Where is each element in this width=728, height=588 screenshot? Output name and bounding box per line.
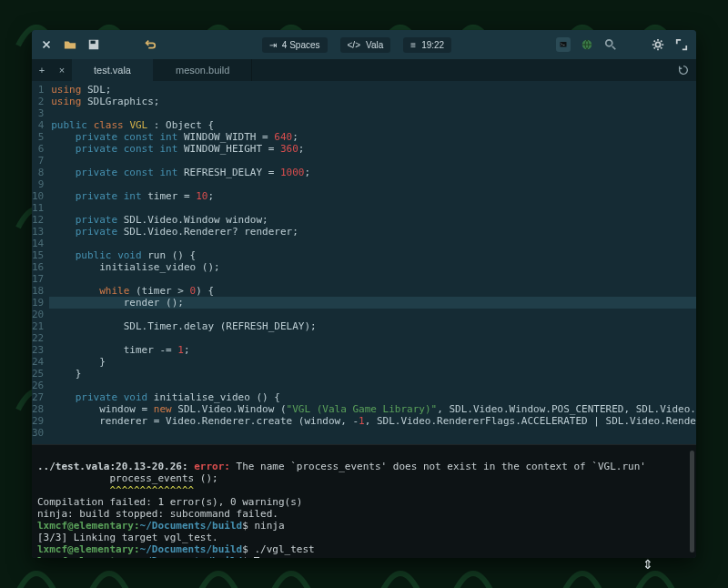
save-icon[interactable] [86,37,101,52]
tab-meson-build[interactable]: meson.build [154,59,252,81]
prompt-user: lxmcf@elementary [37,555,134,558]
language-label: Vala [366,40,383,50]
code-icon: </> [348,40,360,50]
revert-icon[interactable] [143,37,157,52]
tab-label: meson.build [176,65,229,76]
close-tab-button[interactable]: × [52,59,72,81]
line-icon: ≡ [410,40,416,50]
close-icon[interactable] [39,37,54,52]
svg-point-5 [655,42,660,46]
prompt-user: lxmcf@elementary [37,520,134,532]
cmd-run: ./vgl_test [254,543,314,555]
cmd-ninja: ninja [254,520,284,532]
titlebar-right [556,37,689,52]
prompt-path: ~/Documents/build [140,520,243,532]
svg-rect-1 [91,41,96,45]
open-folder-icon[interactable] [63,37,77,52]
titlebar-center: ⇥ 4 Spaces </> Vala ≡ 19:22 [165,37,549,53]
terminal-cursor [254,557,259,558]
prompt-path: ~/Documents/build [140,543,243,555]
error-snippet: process_events (); [37,472,218,484]
browser-icon[interactable] [580,37,594,52]
indent-label: 4 Spaces [282,40,320,50]
compile-summary: Compilation failed: 1 error(s), 0 warnin… [37,496,302,508]
terminal-scrollbar[interactable] [690,451,694,553]
error-carets: ^^^^^^^^^^^^^^ [37,484,194,496]
error-message: The name `process_events' does not exist… [237,461,646,472]
settings-icon[interactable] [651,37,665,52]
indent-selector[interactable]: ⇥ 4 Spaces [262,37,328,53]
code-area[interactable]: using SDL; using SDLGraphics; public cla… [49,81,696,444]
resize-cursor-icon: ⇕ [642,557,657,572]
line-gutter: 1 2 3 4 5 6 7 8 9 10 11 12 13 14 15 16 1… [32,81,49,444]
maximize-icon[interactable] [674,37,689,52]
tab-icon: ⇥ [269,40,277,50]
titlebar-left [39,37,157,52]
search-icon[interactable] [603,37,618,52]
error-label: error: [194,461,230,472]
prompt-path: ~/Documents/build [140,555,243,558]
position-label: 19:22 [421,40,444,50]
titlebar: ⇥ 4 Spaces </> Vala ≡ 19:22 [32,30,696,59]
ninja-stop: ninja: build stopped: subcommand failed. [37,508,278,520]
cursor-position[interactable]: ≡ 19:22 [403,37,451,53]
tab-label: test.vala [94,65,131,76]
svg-point-4 [606,40,612,46]
link-output: [3/3] Linking target vgl_test. [37,532,218,543]
tab-strip: + × test.vala meson.build [32,59,696,81]
terminal-panel[interactable]: ../test.vala:20.13-20.26: error: The nam… [32,444,696,558]
new-tab-button[interactable]: + [32,59,52,81]
editor-window: ⇥ 4 Spaces </> Vala ≡ 19:22 + × test.val… [32,30,696,558]
tab-test-vala[interactable]: test.vala [72,59,154,81]
history-icon[interactable] [671,59,696,81]
prompt-user: lxmcf@elementary [37,543,134,555]
terminal-icon[interactable] [556,37,571,52]
error-location: ../test.vala:20.13-20.26: [37,461,188,472]
language-selector[interactable]: </> Vala [340,37,391,53]
code-editor[interactable]: 1 2 3 4 5 6 7 8 9 10 11 12 13 14 15 16 1… [32,81,696,444]
